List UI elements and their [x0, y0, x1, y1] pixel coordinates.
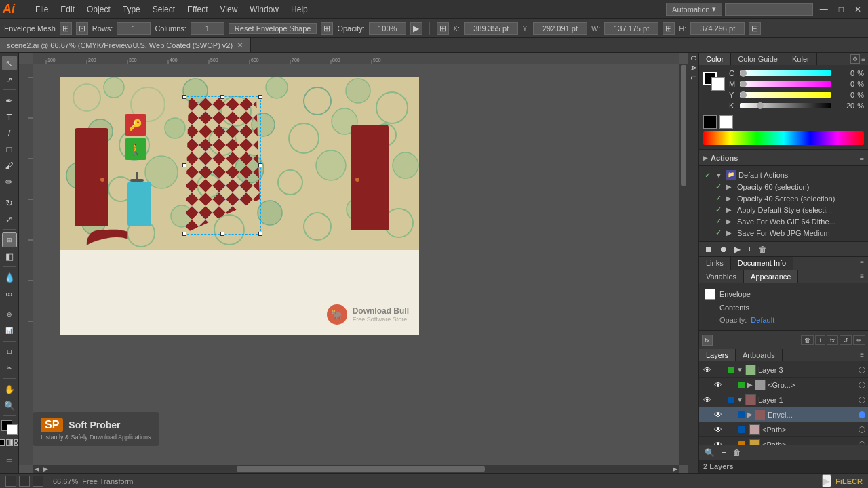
- maximize-button[interactable]: □: [835, 3, 848, 16]
- slice-tool[interactable]: ✂: [2, 361, 17, 375]
- color-settings-icon[interactable]: ⚙: [850, 54, 860, 64]
- c-slider[interactable]: [740, 70, 831, 76]
- action-expand-4[interactable]: ▶: [726, 206, 734, 214]
- mesh-icon-1[interactable]: ⊞: [60, 22, 72, 35]
- symbol-sprayer-tool[interactable]: ⊕: [2, 307, 17, 322]
- cols-input[interactable]: [191, 22, 224, 35]
- layer-visibility-envel[interactable]: 👁: [713, 409, 724, 420]
- y-slider[interactable]: [740, 92, 831, 98]
- v-scrollbar[interactable]: [679, 64, 688, 465]
- layers-panel-menu[interactable]: ≡: [856, 349, 868, 361]
- variables-tab[interactable]: Variables: [699, 270, 744, 283]
- menu-object[interactable]: Object: [81, 3, 116, 16]
- kuler-tab[interactable]: Kuler: [785, 53, 817, 65]
- layer-lock-layer3[interactable]: [715, 365, 726, 375]
- x-value[interactable]: 389.355 pt: [464, 22, 518, 35]
- eyedropper-tool[interactable]: 💧: [2, 270, 17, 285]
- color-swatches-tool[interactable]: [1, 420, 18, 435]
- minimize-button[interactable]: —: [816, 3, 832, 16]
- appearance-panel-menu[interactable]: ≡: [856, 270, 868, 283]
- opacity-input[interactable]: [369, 22, 406, 35]
- action-expand-3[interactable]: ▶: [726, 195, 734, 202]
- add-new-style-button[interactable]: fx: [702, 335, 713, 346]
- stop-action-button[interactable]: ⏹: [702, 243, 715, 256]
- layer-item-layer3[interactable]: 👁 ▼ Layer 3: [699, 363, 868, 378]
- layers-tab[interactable]: Layers: [699, 349, 736, 361]
- color-tab[interactable]: Color: [699, 53, 731, 65]
- mesh-tool[interactable]: ⊞: [2, 232, 17, 247]
- w-value[interactable]: 137.175 pt: [604, 22, 658, 35]
- layer-expand-layer1[interactable]: ▼: [736, 396, 743, 403]
- document-info-tab[interactable]: Document Info: [731, 257, 794, 270]
- menu-window[interactable]: Window: [244, 3, 284, 16]
- action-expand-6[interactable]: ▶: [726, 229, 734, 237]
- menu-edit[interactable]: Edit: [55, 3, 80, 16]
- layer-target-group[interactable]: [859, 382, 865, 388]
- zoom-tool[interactable]: 🔍: [2, 398, 17, 413]
- align-icon[interactable]: ⊟: [749, 22, 761, 35]
- doc-tab-close-button[interactable]: ✕: [237, 41, 243, 50]
- scroll-right-button[interactable]: ▶: [671, 466, 679, 472]
- appearance-edit-button[interactable]: ✏: [853, 336, 865, 345]
- selection-tool[interactable]: ↖: [2, 56, 17, 70]
- layer-lock-envel[interactable]: [726, 409, 736, 420]
- action-default-actions[interactable]: ✓ ▼ 📁 Default Actions: [699, 169, 868, 181]
- play-action-button[interactable]: ▶: [732, 243, 743, 256]
- y-value[interactable]: 292.091 pt: [533, 22, 587, 35]
- search-input[interactable]: [725, 3, 813, 16]
- layer-visibility-layer1[interactable]: 👁: [702, 394, 713, 405]
- layer-visibility-path2[interactable]: 👁: [713, 439, 724, 445]
- action-opacity60[interactable]: ✓ ▶ Opacity 60 (selection): [699, 181, 868, 192]
- pen-tool[interactable]: ✒: [2, 93, 17, 108]
- menu-view[interactable]: View: [215, 3, 243, 16]
- screen-mode-1[interactable]: [5, 476, 16, 487]
- layer-lock-path1[interactable]: [726, 424, 736, 435]
- artboard-tool[interactable]: ⊡: [2, 344, 17, 359]
- layer-item-group[interactable]: 👁 ▶ <Gro...>: [699, 378, 868, 392]
- color-guide-tab[interactable]: Color Guide: [731, 53, 785, 65]
- action-apply-style[interactable]: ✓ ▶ Apply Default Style (selecti...: [699, 204, 868, 216]
- color-mode-solid[interactable]: [0, 439, 5, 446]
- direct-selection-tool[interactable]: ↗: [2, 72, 17, 87]
- hand-tool[interactable]: ✋: [2, 382, 17, 396]
- layer-lock-group[interactable]: [726, 380, 736, 390]
- menu-select[interactable]: Select: [147, 3, 180, 16]
- find-layer-button[interactable]: 🔍: [702, 447, 717, 459]
- layer-target-layer3[interactable]: [859, 367, 865, 373]
- fg-bg-swatches[interactable]: [703, 72, 725, 91]
- status-play-button[interactable]: ▶: [822, 474, 831, 487]
- color-panel-menu[interactable]: ≡: [861, 56, 865, 63]
- h-scrollbar-thumb[interactable]: [237, 466, 485, 472]
- links-panel-menu[interactable]: ≡: [856, 257, 868, 270]
- action-save-gif[interactable]: ✓ ▶ Save For Web GIF 64 Dithe...: [699, 216, 868, 227]
- opacity-slider-icon[interactable]: ▶: [410, 22, 422, 35]
- layer-item-layer1[interactable]: 👁 ▼ Layer 1: [699, 392, 868, 407]
- layer-visibility-path1[interactable]: 👁: [713, 424, 724, 435]
- column-graph-tool[interactable]: 📊: [2, 323, 17, 338]
- transform-icon[interactable]: ⊞: [437, 22, 449, 35]
- h-value[interactable]: 374.296 pt: [690, 22, 745, 35]
- appearance-new-button[interactable]: +: [815, 336, 825, 345]
- menu-effect[interactable]: Effect: [182, 3, 213, 16]
- line-tool[interactable]: /: [2, 125, 17, 140]
- screen-mode-3[interactable]: [33, 476, 43, 487]
- screen-mode-2[interactable]: [19, 476, 30, 487]
- layer-item-path1[interactable]: 👁 <Path>: [699, 422, 868, 437]
- links-tab[interactable]: Links: [699, 257, 731, 270]
- artboards-tab[interactable]: Artboards: [736, 349, 783, 361]
- menu-help[interactable]: Help: [285, 3, 313, 16]
- reset-envelope-button[interactable]: Reset Envelope Shape: [229, 23, 317, 34]
- scroll-left-button[interactable]: ◀: [33, 466, 41, 472]
- canvas-area[interactable]: 100 200 300 400 500 600 700 800 900: [19, 53, 688, 473]
- appearance-refresh-button[interactable]: ↺: [840, 336, 852, 345]
- scale-tool[interactable]: ⤢: [2, 211, 17, 226]
- layer-visibility-group[interactable]: 👁: [713, 380, 724, 390]
- record-action-button[interactable]: ⏺: [717, 243, 730, 256]
- actions-panel-menu[interactable]: ≡: [860, 154, 864, 162]
- envelope-options-icon[interactable]: ⊞: [321, 22, 333, 35]
- layer-target-layer1[interactable]: [859, 396, 865, 403]
- action-opacity40[interactable]: ✓ ▶ Opacity 40 Screen (selection): [699, 192, 868, 204]
- envelope-swatch[interactable]: [705, 289, 715, 300]
- pencil-tool[interactable]: ✏: [2, 174, 17, 189]
- gradient-tool[interactable]: ◧: [2, 249, 17, 264]
